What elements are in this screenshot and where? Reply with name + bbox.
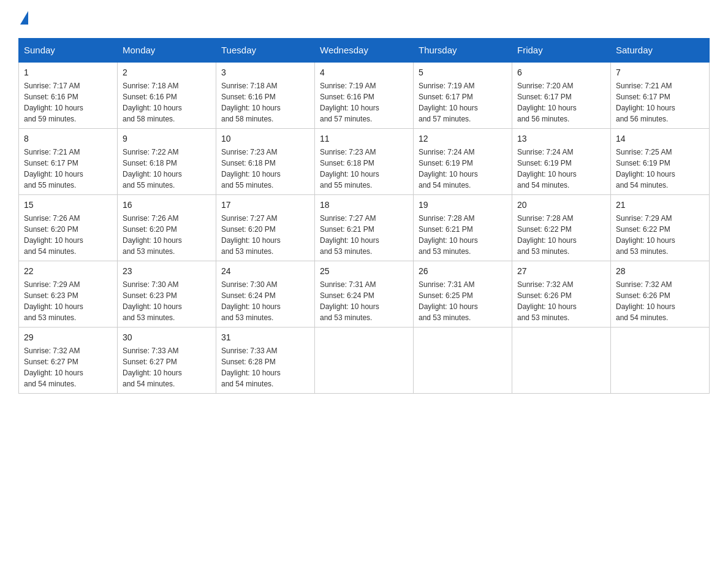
day-info: Sunrise: 7:33 AMSunset: 6:28 PMDaylight:… [221,345,309,389]
day-number: 17 [221,199,309,212]
day-number: 14 [616,132,704,145]
calendar-cell: 23 Sunrise: 7:30 AMSunset: 6:23 PMDaylig… [118,261,216,327]
day-info: Sunrise: 7:29 AMSunset: 6:23 PMDaylight:… [24,279,112,323]
day-info: Sunrise: 7:27 AMSunset: 6:20 PMDaylight:… [221,213,309,257]
calendar-cell [512,327,611,394]
day-info: Sunrise: 7:17 AMSunset: 6:16 PMDaylight:… [24,80,112,124]
day-info: Sunrise: 7:21 AMSunset: 6:17 PMDaylight:… [24,147,112,191]
day-number: 10 [221,132,309,145]
day-info: Sunrise: 7:30 AMSunset: 6:24 PMDaylight:… [221,279,309,323]
day-number: 19 [419,199,507,212]
calendar-cell: 12 Sunrise: 7:24 AMSunset: 6:19 PMDaylig… [414,129,512,195]
calendar-table: SundayMondayTuesdayWednesdayThursdayFrid… [18,38,710,394]
calendar-week-row: 22 Sunrise: 7:29 AMSunset: 6:23 PMDaylig… [19,261,710,327]
day-info: Sunrise: 7:26 AMSunset: 6:20 PMDaylight:… [24,213,112,257]
calendar-cell: 17 Sunrise: 7:27 AMSunset: 6:20 PMDaylig… [216,195,315,261]
calendar-cell: 30 Sunrise: 7:33 AMSunset: 6:27 PMDaylig… [118,327,216,394]
day-number: 5 [419,66,507,79]
day-info: Sunrise: 7:25 AMSunset: 6:19 PMDaylight:… [616,147,704,191]
day-info: Sunrise: 7:22 AMSunset: 6:18 PMDaylight:… [123,147,211,191]
day-info: Sunrise: 7:29 AMSunset: 6:22 PMDaylight:… [616,213,704,257]
day-info: Sunrise: 7:27 AMSunset: 6:21 PMDaylight:… [320,213,408,257]
calendar-header-sunday: Sunday [19,39,118,63]
calendar-cell: 14 Sunrise: 7:25 AMSunset: 6:19 PMDaylig… [611,129,710,195]
day-number: 26 [419,265,507,278]
day-info: Sunrise: 7:19 AMSunset: 6:16 PMDaylight:… [320,80,408,124]
day-number: 7 [616,66,704,79]
logo [18,12,28,26]
day-number: 25 [320,265,408,278]
calendar-header-thursday: Thursday [414,39,512,63]
day-info: Sunrise: 7:32 AMSunset: 6:26 PMDaylight:… [616,279,704,323]
calendar-cell: 24 Sunrise: 7:30 AMSunset: 6:24 PMDaylig… [216,261,315,327]
day-number: 30 [123,331,211,344]
calendar-cell: 19 Sunrise: 7:28 AMSunset: 6:21 PMDaylig… [414,195,512,261]
calendar-header-row: SundayMondayTuesdayWednesdayThursdayFrid… [19,39,710,63]
calendar-cell: 21 Sunrise: 7:29 AMSunset: 6:22 PMDaylig… [611,195,710,261]
day-number: 31 [221,331,309,344]
day-info: Sunrise: 7:21 AMSunset: 6:17 PMDaylight:… [616,80,704,124]
calendar-cell: 11 Sunrise: 7:23 AMSunset: 6:18 PMDaylig… [315,129,414,195]
day-number: 23 [123,265,211,278]
day-info: Sunrise: 7:30 AMSunset: 6:23 PMDaylight:… [123,279,211,323]
day-number: 27 [517,265,605,278]
calendar-cell [414,327,512,394]
day-number: 1 [24,66,112,79]
day-number: 29 [24,331,112,344]
calendar-cell: 15 Sunrise: 7:26 AMSunset: 6:20 PMDaylig… [19,195,118,261]
day-number: 11 [320,132,408,145]
day-info: Sunrise: 7:18 AMSunset: 6:16 PMDaylight:… [221,80,309,124]
day-info: Sunrise: 7:28 AMSunset: 6:21 PMDaylight:… [419,213,507,257]
day-info: Sunrise: 7:31 AMSunset: 6:25 PMDaylight:… [419,279,507,323]
calendar-cell: 20 Sunrise: 7:28 AMSunset: 6:22 PMDaylig… [512,195,611,261]
day-number: 12 [419,132,507,145]
calendar-header-friday: Friday [512,39,611,63]
day-info: Sunrise: 7:18 AMSunset: 6:16 PMDaylight:… [123,80,211,124]
calendar-cell: 18 Sunrise: 7:27 AMSunset: 6:21 PMDaylig… [315,195,414,261]
calendar-week-row: 8 Sunrise: 7:21 AMSunset: 6:17 PMDayligh… [19,129,710,195]
calendar-cell: 10 Sunrise: 7:23 AMSunset: 6:18 PMDaylig… [216,129,315,195]
calendar-cell: 29 Sunrise: 7:32 AMSunset: 6:27 PMDaylig… [19,327,118,394]
day-number: 28 [616,265,704,278]
calendar-header-wednesday: Wednesday [315,39,414,63]
page-header [18,12,710,26]
calendar-cell: 6 Sunrise: 7:20 AMSunset: 6:17 PMDayligh… [512,62,611,129]
day-number: 4 [320,66,408,79]
calendar-cell: 22 Sunrise: 7:29 AMSunset: 6:23 PMDaylig… [19,261,118,327]
day-number: 24 [221,265,309,278]
calendar-body: 1 Sunrise: 7:17 AMSunset: 6:16 PMDayligh… [19,62,710,394]
calendar-cell: 4 Sunrise: 7:19 AMSunset: 6:16 PMDayligh… [315,62,414,129]
day-info: Sunrise: 7:26 AMSunset: 6:20 PMDaylight:… [123,213,211,257]
calendar-week-row: 15 Sunrise: 7:26 AMSunset: 6:20 PMDaylig… [19,195,710,261]
calendar-cell: 5 Sunrise: 7:19 AMSunset: 6:17 PMDayligh… [414,62,512,129]
day-info: Sunrise: 7:23 AMSunset: 6:18 PMDaylight:… [320,147,408,191]
day-number: 21 [616,199,704,212]
day-number: 20 [517,199,605,212]
calendar-cell: 7 Sunrise: 7:21 AMSunset: 6:17 PMDayligh… [611,62,710,129]
calendar-week-row: 29 Sunrise: 7:32 AMSunset: 6:27 PMDaylig… [19,327,710,394]
calendar-header-saturday: Saturday [611,39,710,63]
day-number: 6 [517,66,605,79]
calendar-cell: 27 Sunrise: 7:32 AMSunset: 6:26 PMDaylig… [512,261,611,327]
calendar-header-tuesday: Tuesday [216,39,315,63]
day-number: 8 [24,132,112,145]
calendar-week-row: 1 Sunrise: 7:17 AMSunset: 6:16 PMDayligh… [19,62,710,129]
day-info: Sunrise: 7:31 AMSunset: 6:24 PMDaylight:… [320,279,408,323]
day-number: 13 [517,132,605,145]
day-number: 9 [123,132,211,145]
calendar-cell: 8 Sunrise: 7:21 AMSunset: 6:17 PMDayligh… [19,129,118,195]
calendar-cell [315,327,414,394]
day-info: Sunrise: 7:32 AMSunset: 6:26 PMDaylight:… [517,279,605,323]
calendar-cell: 3 Sunrise: 7:18 AMSunset: 6:16 PMDayligh… [216,62,315,129]
day-info: Sunrise: 7:24 AMSunset: 6:19 PMDaylight:… [517,147,605,191]
day-info: Sunrise: 7:23 AMSunset: 6:18 PMDaylight:… [221,147,309,191]
day-info: Sunrise: 7:24 AMSunset: 6:19 PMDaylight:… [419,147,507,191]
day-info: Sunrise: 7:28 AMSunset: 6:22 PMDaylight:… [517,213,605,257]
day-number: 16 [123,199,211,212]
calendar-header-monday: Monday [118,39,216,63]
day-info: Sunrise: 7:33 AMSunset: 6:27 PMDaylight:… [123,345,211,389]
calendar-cell: 9 Sunrise: 7:22 AMSunset: 6:18 PMDayligh… [118,129,216,195]
calendar-cell: 1 Sunrise: 7:17 AMSunset: 6:16 PMDayligh… [19,62,118,129]
day-number: 15 [24,199,112,212]
day-info: Sunrise: 7:19 AMSunset: 6:17 PMDaylight:… [419,80,507,124]
